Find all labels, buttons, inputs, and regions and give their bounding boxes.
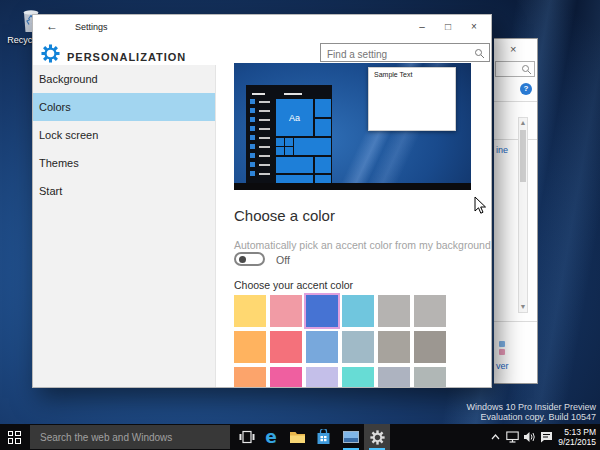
accent-swatch-17[interactable] xyxy=(414,367,446,388)
accent-swatch-14[interactable] xyxy=(306,367,338,388)
sidebar-item-themes[interactable]: Themes xyxy=(33,149,215,177)
scroll-down-icon[interactable]: ▼ xyxy=(519,303,527,311)
store-icon xyxy=(316,429,331,445)
accent-swatch-11[interactable] xyxy=(414,331,446,363)
accent-swatch-15[interactable] xyxy=(342,367,374,388)
find-setting-input[interactable] xyxy=(321,46,461,63)
background-window-link-top[interactable]: ine xyxy=(496,145,508,155)
taskbar-search-input[interactable] xyxy=(30,425,230,449)
task-view-button[interactable] xyxy=(234,424,260,450)
accent-swatch-1[interactable] xyxy=(270,295,302,327)
close-button[interactable]: × xyxy=(463,18,485,36)
preview-menu-row xyxy=(250,162,270,167)
accent-swatch-16[interactable] xyxy=(378,367,410,388)
personalization-preview: Aa Sample Text xyxy=(234,63,471,190)
tray-chevron-button[interactable] xyxy=(487,424,504,450)
preview-tiles-header-dash xyxy=(284,93,302,95)
preview-tile xyxy=(315,119,331,136)
preview-taskbar xyxy=(234,183,471,190)
task-view-icon xyxy=(239,430,255,444)
preview-sample-text: Sample Text xyxy=(369,68,455,78)
sidebar-item-background[interactable]: Background xyxy=(33,65,215,93)
preview-tile xyxy=(315,157,331,173)
desktop: Recycle Bin × ? ▲ ▼ ine ver ← Settings – xyxy=(0,0,600,450)
settings-app-button[interactable] xyxy=(364,424,390,450)
toggle-knob xyxy=(239,256,246,263)
start-button[interactable] xyxy=(0,424,28,450)
toggle-state-label: Off xyxy=(276,254,290,266)
background-window-link-bottom[interactable]: ver xyxy=(496,361,509,371)
preview-tile xyxy=(294,138,331,155)
preview-tile xyxy=(285,147,293,155)
network-button[interactable] xyxy=(504,424,521,450)
accent-swatch-6[interactable] xyxy=(234,331,266,363)
divider xyxy=(494,139,537,140)
preview-tile xyxy=(315,99,331,117)
sidebar-item-lock-screen[interactable]: Lock screen xyxy=(33,121,215,149)
accent-swatch-5[interactable] xyxy=(414,295,446,327)
settings-titlebar: ← Settings – □ × xyxy=(33,15,491,39)
accent-swatch-8[interactable] xyxy=(306,331,338,363)
background-window-search-box[interactable] xyxy=(495,61,535,77)
watermark-line1: Windows 10 Pro Insider Preview xyxy=(466,402,596,412)
volume-button[interactable] xyxy=(521,424,538,450)
accent-swatch-2[interactable] xyxy=(306,295,338,327)
auto-accent-toggle[interactable] xyxy=(234,252,265,266)
preview-menu-row xyxy=(250,126,270,131)
background-window-scrollbar[interactable]: ▲ ▼ xyxy=(518,117,528,313)
find-setting-search[interactable] xyxy=(320,43,490,62)
clock-date: 9/21/2015 xyxy=(558,437,596,447)
gear-icon xyxy=(370,430,385,445)
scroll-up-icon[interactable]: ▲ xyxy=(519,119,527,127)
accent-color-grid xyxy=(234,295,448,388)
color-icon xyxy=(499,349,505,355)
back-button[interactable]: ← xyxy=(43,19,61,33)
page-title: PERSONALIZATION xyxy=(67,51,186,63)
preview-sample-window: Sample Text xyxy=(368,67,456,131)
search-icon xyxy=(474,48,485,59)
background-window-close-button[interactable]: × xyxy=(510,43,516,55)
minimize-button[interactable]: – xyxy=(411,18,433,36)
preview-tile xyxy=(276,138,284,146)
system-tray: 5:13 PM 9/21/2015 xyxy=(487,424,600,450)
background-window[interactable]: × ? ▲ ▼ ine ver xyxy=(494,38,538,384)
taskbar-search-box[interactable] xyxy=(30,425,230,449)
settings-sidebar: BackgroundColorsLock screenThemesStart xyxy=(33,65,216,387)
preview-menu-row xyxy=(250,171,270,176)
preview-menu-row xyxy=(250,117,270,122)
choose-color-heading: Choose a color xyxy=(234,207,335,224)
accent-swatch-13[interactable] xyxy=(270,367,302,388)
help-icon[interactable]: ? xyxy=(520,83,532,95)
accent-swatch-12[interactable] xyxy=(234,367,266,388)
store-button[interactable] xyxy=(310,424,336,450)
maximize-button[interactable]: □ xyxy=(437,18,459,36)
settings-window: ← Settings – □ × xyxy=(32,14,492,388)
action-center-icon xyxy=(540,431,553,443)
preview-menu-row xyxy=(250,99,270,104)
divider xyxy=(494,321,537,322)
accent-swatch-3[interactable] xyxy=(342,295,374,327)
action-center-button[interactable] xyxy=(538,424,555,450)
sidebar-item-colors[interactable]: Colors xyxy=(33,93,215,121)
app-thumbnail-icon xyxy=(343,431,359,443)
auto-accent-label: Automatically pick an accent color from … xyxy=(234,239,491,251)
file-explorer-button[interactable] xyxy=(284,424,310,450)
personalization-app-button[interactable] xyxy=(338,424,364,450)
taskbar-clock[interactable]: 5:13 PM 9/21/2015 xyxy=(558,427,596,447)
preview-menu-row xyxy=(250,135,270,140)
scrollbar-thumb[interactable] xyxy=(520,130,526,182)
accent-swatch-10[interactable] xyxy=(378,331,410,363)
sidebar-item-start[interactable]: Start xyxy=(33,177,215,205)
edge-button[interactable]: e xyxy=(258,424,284,450)
accent-swatch-7[interactable] xyxy=(270,331,302,363)
mouse-cursor xyxy=(474,196,487,219)
preview-tile xyxy=(276,147,284,155)
accent-swatch-4[interactable] xyxy=(378,295,410,327)
preview-menu-header-dash xyxy=(252,93,265,95)
edge-icon: e xyxy=(265,424,277,450)
accent-swatch-9[interactable] xyxy=(342,331,374,363)
window-title: Settings xyxy=(75,22,108,32)
network-icon xyxy=(506,431,519,443)
accent-swatch-0[interactable] xyxy=(234,295,266,327)
evaluation-watermark: Windows 10 Pro Insider Preview Evaluatio… xyxy=(466,402,596,422)
